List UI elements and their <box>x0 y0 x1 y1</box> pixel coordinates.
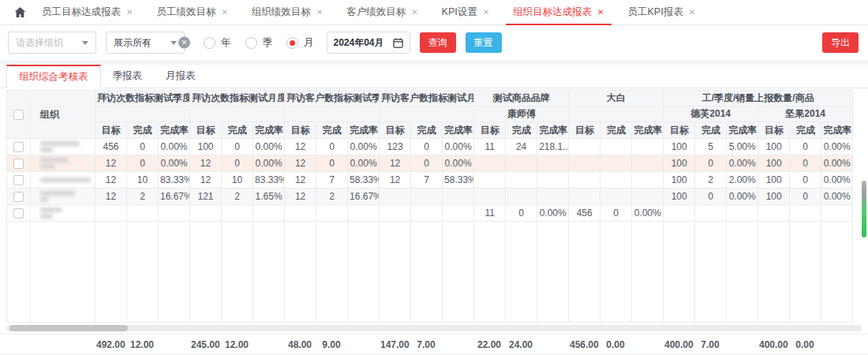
calendar-icon[interactable] <box>393 38 403 48</box>
totals-table-row: 492.0012.00245.0012.0048.009.00147.007.0… <box>6 334 852 354</box>
horizontal-scrollbar[interactable] <box>6 325 862 331</box>
metric-header-cell: 完成率 <box>727 122 758 139</box>
value-cell <box>348 205 380 222</box>
value-cell <box>632 155 664 172</box>
metric-header-cell: 目标 <box>285 122 316 139</box>
value-cell: 0.00% <box>253 155 285 172</box>
close-tab-icon[interactable]: ✕ <box>411 8 417 17</box>
report-subtab[interactable]: 季报表 <box>101 65 155 88</box>
tab-item[interactable]: 客户绩效目标✕ <box>335 0 429 24</box>
period-radio[interactable]: 年 <box>204 36 231 50</box>
value-cell <box>821 205 853 222</box>
value-cell <box>600 172 632 189</box>
radio-circle-icon[interactable] <box>286 37 298 49</box>
display-select[interactable]: 展示所有 ✕ <box>106 32 185 54</box>
value-cell: 0 <box>127 155 159 172</box>
value-cell: 0 <box>695 189 727 205</box>
row-checkbox[interactable] <box>13 159 24 169</box>
tab-label: 员工绩效目标 <box>156 6 215 19</box>
table-row: 121083.33%121083.33%12758.33%12758.33%10… <box>7 172 853 189</box>
value-cell: 100 <box>664 172 695 189</box>
tab-label: 组织目标达成报表 <box>513 6 592 19</box>
export-button[interactable]: 导出 <box>822 32 859 53</box>
value-cell: 0 <box>316 155 348 172</box>
report-subtab[interactable]: 组织综合考核表 <box>6 65 101 88</box>
total-value-cell: 147.00 <box>379 334 410 354</box>
close-tab-icon[interactable]: ✕ <box>316 8 323 17</box>
value-cell: 0 <box>127 139 159 155</box>
close-tab-icon[interactable]: ✕ <box>689 8 695 17</box>
radio-circle-icon[interactable] <box>245 37 257 49</box>
value-cell: 16.67% <box>348 189 380 205</box>
value-cell: 2.00% <box>727 172 758 189</box>
period-radio[interactable]: 月 <box>286 36 314 50</box>
value-cell: 100 <box>190 139 222 155</box>
row-checkbox[interactable] <box>13 208 24 219</box>
redacted-org-name <box>40 158 69 163</box>
total-value-cell <box>442 334 473 354</box>
value-cell: 0.00% <box>821 172 853 189</box>
org-select[interactable]: 请选择组织 <box>8 32 96 54</box>
filler-cell <box>537 222 569 323</box>
value-cell: 10 <box>222 172 253 189</box>
brand-header-cell <box>569 106 664 122</box>
filler-cell <box>253 222 285 323</box>
home-icon[interactable] <box>9 0 30 24</box>
clear-icon[interactable]: ✕ <box>178 37 190 49</box>
value-cell: 0 <box>695 155 727 172</box>
totals-table: 492.0012.00245.0012.0048.009.00147.007.0… <box>6 334 852 354</box>
total-value-cell: 400.00 <box>663 334 694 354</box>
metric-header-cell: 完成 <box>222 122 253 139</box>
table-row: 1100.00%45600.00% <box>7 205 853 222</box>
value-cell: 100 <box>758 172 790 189</box>
total-value-cell: 0.00 <box>789 334 821 354</box>
reset-button[interactable]: 重置 <box>466 32 502 53</box>
row-checkbox[interactable] <box>13 192 24 202</box>
close-tab-icon[interactable]: ✕ <box>126 8 133 17</box>
value-cell <box>758 205 790 222</box>
value-cell: 0.00% <box>443 155 474 172</box>
total-value-cell: 12.00 <box>126 334 158 354</box>
value-cell: 100 <box>758 155 790 172</box>
group-header-cell: 大白 <box>569 91 664 106</box>
tab-item[interactable]: KPI设置✕ <box>430 0 502 24</box>
filler-cell <box>632 222 664 323</box>
row-select-cell <box>7 172 31 189</box>
radio-label: 月 <box>304 36 314 50</box>
tab-item[interactable]: 员工绩效目标✕ <box>144 0 239 24</box>
display-select-value: 展示所有 <box>114 36 152 50</box>
select-all-checkbox[interactable] <box>13 110 24 120</box>
metric-header-cell: 完成率 <box>443 122 474 139</box>
value-cell: 100 <box>758 189 790 205</box>
redacted-org-name <box>40 214 53 219</box>
value-cell <box>443 189 474 205</box>
horizontal-scrollbar-thumb[interactable] <box>9 325 128 331</box>
row-checkbox[interactable] <box>13 142 24 152</box>
tab-item[interactable]: 组织绩效目标✕ <box>240 0 335 24</box>
radio-circle-icon[interactable] <box>204 37 215 49</box>
empty-filler-row <box>7 222 853 323</box>
close-tab-icon[interactable]: ✕ <box>483 8 489 17</box>
close-tab-icon[interactable]: ✕ <box>597 8 604 17</box>
period-radio[interactable]: 季 <box>245 36 273 50</box>
date-input[interactable]: 2024年04月 <box>327 32 410 54</box>
filler-cell <box>190 222 222 323</box>
value-cell: 121 <box>190 189 222 205</box>
value-cell <box>222 205 253 222</box>
tab-label: KPI设置 <box>442 6 477 19</box>
tab-item[interactable]: 员工目标达成报表✕ <box>30 0 144 24</box>
row-checkbox[interactable] <box>13 175 24 185</box>
tab-item[interactable]: 员工KPI报表✕ <box>616 0 708 24</box>
tab-label: 组织绩效目标 <box>252 6 311 19</box>
value-cell: 0 <box>411 139 443 155</box>
brand-header-cell <box>285 106 380 122</box>
report-subtab[interactable]: 月报表 <box>154 65 208 88</box>
value-cell: 100 <box>664 189 695 205</box>
vertical-scrollbar[interactable] <box>862 181 866 237</box>
brand-header-cell: 康师傅 <box>474 106 569 122</box>
value-cell: 1.65% <box>253 189 285 205</box>
tab-item[interactable]: 组织目标达成报表✕ <box>501 0 615 24</box>
close-tab-icon[interactable]: ✕ <box>221 8 227 17</box>
org-name-cell <box>31 172 95 189</box>
query-button[interactable]: 查询 <box>420 32 456 53</box>
